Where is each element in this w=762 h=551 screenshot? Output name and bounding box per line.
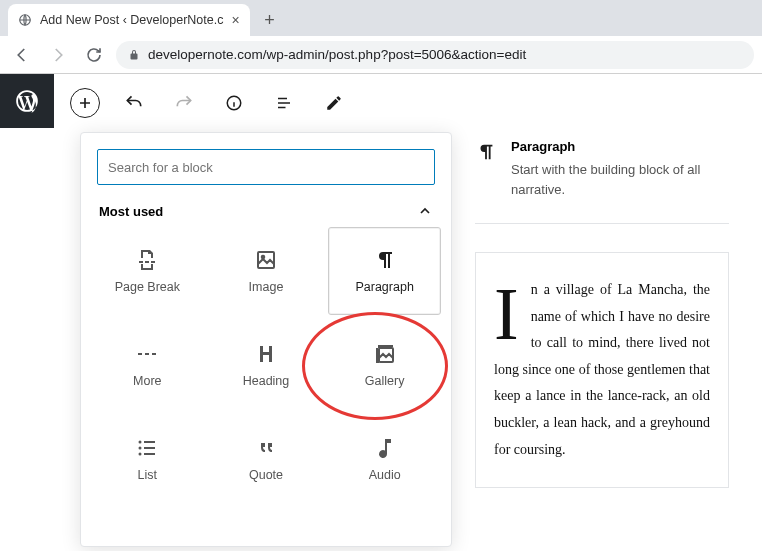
svg-rect-13	[144, 453, 155, 455]
block-preview: In a village of La Mancha, the name of w…	[475, 252, 729, 488]
add-block-button[interactable]	[70, 88, 100, 118]
image-icon	[254, 248, 278, 272]
wordpress-logo-icon	[14, 88, 40, 114]
svg-rect-6	[152, 353, 156, 355]
pilcrow-icon	[475, 141, 497, 163]
edit-button[interactable]	[318, 87, 350, 119]
info-button[interactable]	[218, 87, 250, 119]
block-inserter-panel: Most used Page BreakImageParagraphMoreHe…	[80, 132, 452, 547]
audio-icon	[373, 436, 397, 460]
outline-button[interactable]	[268, 87, 300, 119]
svg-rect-4	[138, 353, 142, 355]
svg-point-8	[139, 441, 142, 444]
svg-point-3	[262, 256, 265, 259]
page-break-icon	[135, 248, 159, 272]
browser-address-bar: developernote.com/wp-admin/post.php?post…	[0, 36, 762, 74]
block-item-list[interactable]: List	[91, 415, 204, 503]
block-item-label: Audio	[369, 468, 401, 482]
block-item-image[interactable]: Image	[210, 227, 323, 315]
block-info: Paragraph Start with the building block …	[475, 139, 729, 224]
back-button[interactable]	[8, 41, 36, 69]
block-item-page-break[interactable]: Page Break	[91, 227, 204, 315]
block-item-label: More	[133, 374, 161, 388]
browser-tab-bar: Add New Post ‹ DeveloperNote.c × +	[0, 0, 762, 36]
block-item-label: List	[138, 468, 157, 482]
address-bar[interactable]: developernote.com/wp-admin/post.php?post…	[116, 41, 754, 69]
block-info-title: Paragraph	[511, 139, 729, 154]
search-input[interactable]	[97, 149, 435, 185]
pilcrow-icon	[373, 248, 397, 272]
list-icon	[135, 436, 159, 460]
svg-point-10	[139, 447, 142, 450]
lock-icon	[128, 49, 140, 61]
blocks-scroll-area[interactable]: Page BreakImageParagraphMoreHeadingGalle…	[81, 227, 451, 537]
block-item-quote[interactable]: Quote	[210, 415, 323, 503]
quote-icon	[254, 436, 278, 460]
block-item-label: Image	[249, 280, 284, 294]
block-item-label: Page Break	[115, 280, 180, 294]
block-item-label: Quote	[249, 468, 283, 482]
forward-button[interactable]	[44, 41, 72, 69]
globe-icon	[18, 13, 32, 27]
svg-rect-5	[145, 353, 149, 355]
block-item-label: Paragraph	[355, 280, 413, 294]
new-tab-button[interactable]: +	[256, 6, 284, 34]
section-most-used[interactable]: Most used	[81, 197, 451, 227]
close-icon[interactable]: ×	[231, 12, 239, 28]
svg-rect-9	[144, 441, 155, 443]
browser-tab-title: Add New Post ‹ DeveloperNote.c	[40, 13, 223, 27]
block-item-label: Heading	[243, 374, 290, 388]
more-icon	[135, 342, 159, 366]
svg-point-12	[139, 453, 142, 456]
url-text: developernote.com/wp-admin/post.php?post…	[148, 47, 526, 62]
block-item-audio[interactable]: Audio	[328, 415, 441, 503]
gallery-icon	[373, 342, 397, 366]
reload-button[interactable]	[80, 41, 108, 69]
dropcap: I	[494, 277, 531, 346]
browser-tab[interactable]: Add New Post ‹ DeveloperNote.c ×	[8, 4, 250, 36]
redo-button[interactable]	[168, 87, 200, 119]
wordpress-logo-button[interactable]	[0, 74, 54, 128]
section-label: Most used	[99, 204, 163, 219]
block-item-label: Gallery	[365, 374, 405, 388]
svg-rect-2	[258, 252, 274, 268]
block-item-paragraph[interactable]: Paragraph	[328, 227, 441, 315]
block-item-more[interactable]: More	[91, 321, 204, 409]
block-item-heading[interactable]: Heading	[210, 321, 323, 409]
block-info-description: Start with the building block of all nar…	[511, 160, 729, 199]
chevron-up-icon	[417, 203, 433, 219]
svg-rect-11	[144, 447, 155, 449]
undo-button[interactable]	[118, 87, 150, 119]
block-item-gallery[interactable]: Gallery	[328, 321, 441, 409]
editor-toolbar	[70, 87, 350, 119]
heading-icon	[254, 342, 278, 366]
